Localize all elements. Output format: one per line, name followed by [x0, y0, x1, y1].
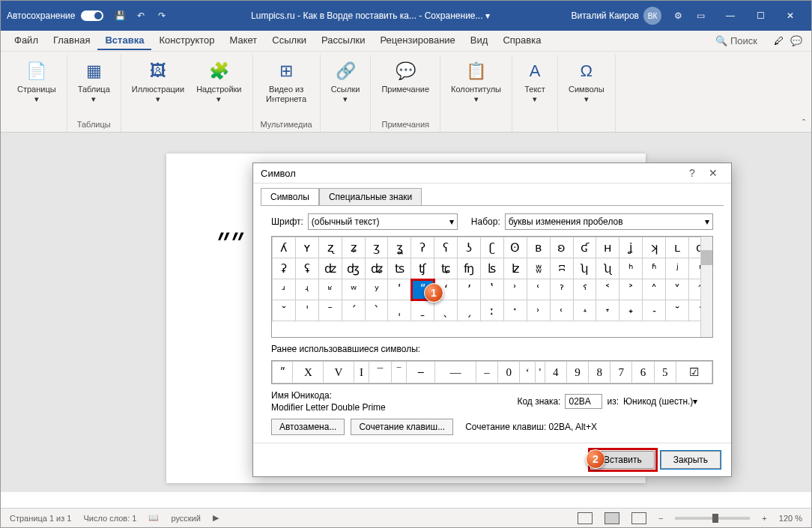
char-cell[interactable]: ʕ — [434, 237, 458, 258]
subset-select[interactable]: буквы изменения пробелов▾ — [505, 213, 713, 230]
char-cell[interactable]: ʞ — [643, 237, 666, 258]
char-cell[interactable]: ʮ — [573, 258, 596, 279]
char-cell[interactable]: ˅ — [666, 279, 689, 300]
font-select[interactable]: (обычный текст)▾ — [308, 213, 458, 230]
char-cell[interactable]: ʿ — [527, 279, 550, 300]
ribbon-button[interactable]: 💬Примечание — [378, 58, 432, 96]
zoom-level[interactable]: 120 % — [779, 514, 802, 523]
char-cell[interactable]: ʔ — [411, 237, 434, 258]
ribbon-button[interactable]: 🧩Надстройки▾ — [193, 58, 244, 106]
char-cell[interactable]: ˉ — [318, 300, 342, 321]
char-cell[interactable]: ʯ — [596, 258, 619, 279]
char-cell[interactable]: ː — [481, 300, 504, 321]
char-cell[interactable]: ˑ — [503, 300, 527, 321]
save-icon[interactable]: 💾 — [112, 8, 127, 23]
char-cell[interactable]: ʪ — [481, 258, 504, 279]
close-button[interactable]: Закрыть — [661, 451, 721, 469]
comments-icon[interactable]: 💬 — [787, 35, 805, 46]
char-cell[interactable]: ʹ — [388, 279, 411, 300]
ribbon-button[interactable]: ▦Таблица▾ — [75, 58, 113, 106]
char-cell[interactable]: ˒ — [527, 300, 550, 321]
recent-char[interactable]: 8 — [589, 362, 610, 383]
share-icon[interactable]: 🖊 — [769, 35, 787, 46]
char-cell[interactable]: ʷ — [342, 279, 365, 300]
proofing-icon[interactable]: 📖 — [148, 513, 159, 523]
char-cell[interactable]: ʢ — [295, 258, 318, 279]
char-cell[interactable]: ˁ — [573, 279, 596, 300]
char-cell[interactable]: ˋ — [365, 300, 388, 321]
char-cell[interactable]: ʗ — [481, 237, 504, 258]
character-grid[interactable]: ʎʏʐʑʒʓʔʕʖʗʘʙʚʛʜʝʞʟʠʡʢʣʤʥʦʧʨʩʪʫʬʭʮʯʰʱʲʳʴʵ… — [271, 236, 713, 338]
recent-char[interactable]: I — [354, 362, 369, 383]
char-cell[interactable]: ˖ — [619, 300, 643, 321]
recent-char[interactable]: ‒ — [407, 362, 435, 383]
char-cell[interactable]: ˔ — [573, 300, 596, 321]
tab-макет[interactable]: Макет — [222, 31, 265, 50]
autosave-toggle[interactable] — [81, 10, 103, 21]
recent-char[interactable]: V — [324, 362, 354, 383]
char-cell[interactable]: ʧ — [411, 258, 434, 279]
recent-char[interactable]: 4 — [545, 362, 566, 383]
char-cell[interactable]: ˄ — [643, 279, 666, 300]
minimize-icon[interactable]: — — [715, 4, 745, 27]
tab-special-chars[interactable]: Специальные знаки — [319, 188, 422, 206]
recent-char[interactable]: ‘ — [520, 362, 536, 383]
from-select[interactable]: Юникод (шестн.)▾ — [623, 396, 713, 407]
char-cell[interactable]: ˏ — [458, 300, 481, 321]
char-cell[interactable]: ˃ — [619, 279, 643, 300]
tab-рецензирование[interactable]: Рецензирование — [372, 31, 462, 50]
char-cell[interactable]: ˇ — [273, 300, 296, 321]
char-cell[interactable]: ˂ — [596, 279, 619, 300]
close-icon[interactable]: ✕ — [775, 4, 805, 27]
recent-char[interactable]: 5 — [654, 362, 676, 383]
char-cell[interactable]: ʜ — [596, 237, 619, 258]
recent-char[interactable]: ¯ — [369, 362, 391, 383]
scrollbar[interactable] — [700, 237, 712, 337]
print-layout-icon[interactable] — [605, 512, 619, 524]
recent-char[interactable]: ‾ — [391, 362, 407, 383]
char-cell[interactable]: ˊ — [342, 300, 365, 321]
char-cell[interactable]: ʭ — [550, 258, 573, 279]
char-cell[interactable]: ʥ — [365, 258, 388, 279]
char-cell[interactable]: ʤ — [342, 258, 365, 279]
char-cell[interactable]: ʼ — [458, 279, 481, 300]
char-cell[interactable]: ʦ — [388, 258, 411, 279]
char-cell[interactable]: ʽ — [481, 279, 504, 300]
read-mode-icon[interactable] — [578, 512, 593, 524]
tab-главная[interactable]: Главная — [46, 31, 97, 50]
char-cell[interactable]: ˘ — [666, 300, 689, 321]
char-cell[interactable]: ˌ — [388, 300, 411, 321]
char-cell[interactable]: ˀ — [550, 279, 573, 300]
tab-symbols[interactable]: Символы — [261, 188, 319, 206]
recent-char[interactable]: 7 — [610, 362, 632, 383]
recent-symbols[interactable]: ʺXVI¯‾‒—–0‘'498765☑ — [271, 360, 713, 384]
char-cell[interactable]: ˕ — [596, 300, 619, 321]
ribbon-button[interactable]: ΩСимволы▾ — [566, 58, 608, 106]
recent-char[interactable]: ʺ — [273, 362, 293, 383]
code-input[interactable] — [565, 394, 602, 409]
char-cell[interactable]: ʙ — [527, 237, 550, 258]
zoom-slider[interactable] — [675, 517, 750, 520]
char-cell[interactable]: ʩ — [458, 258, 481, 279]
tab-конструктор[interactable]: Конструктор — [151, 31, 222, 50]
zoom-in-icon[interactable]: + — [762, 514, 766, 523]
recent-char[interactable]: – — [476, 362, 497, 383]
user-info[interactable]: Виталий Каиров ВК — [571, 7, 661, 25]
ribbon-mode-icon[interactable]: ▭ — [685, 4, 715, 27]
shortcut-button[interactable]: Сочетание клавиш... — [351, 419, 453, 435]
char-cell[interactable]: ʾ — [503, 279, 527, 300]
char-cell[interactable]: ʖ — [458, 237, 481, 258]
char-cell[interactable]: ˗ — [643, 300, 666, 321]
char-cell[interactable]: ʵ — [295, 279, 318, 300]
ribbon-button[interactable]: 📋Колонтитулы▾ — [448, 58, 504, 106]
char-cell[interactable]: ʸ — [365, 279, 388, 300]
tab-справка[interactable]: Справка — [495, 31, 548, 50]
autoreplace-button[interactable]: Автозамена... — [271, 419, 345, 435]
char-cell[interactable]: ʚ — [550, 237, 573, 258]
char-cell[interactable]: ˈ — [295, 300, 318, 321]
macro-icon[interactable]: ▶ — [213, 513, 219, 523]
undo-icon[interactable]: ↶ — [133, 8, 148, 23]
zoom-out-icon[interactable]: − — [658, 514, 663, 523]
status-page[interactable]: Страница 1 из 1 — [10, 514, 71, 523]
char-cell[interactable]: ʏ — [295, 237, 318, 258]
